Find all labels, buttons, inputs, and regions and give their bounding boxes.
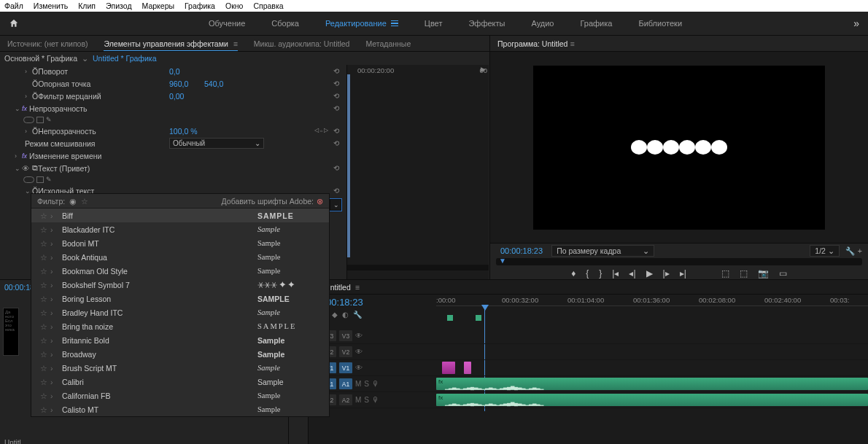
menu-markers[interactable]: Маркеры [142,1,174,10]
mask-ellipse-icon[interactable] [23,176,34,183]
font-option[interactable]: ☆›Brush Script MTSample [31,361,329,375]
go-in-icon[interactable]: |◂ [612,268,619,279]
star-icon[interactable]: ☆ [37,405,50,414]
creative-cloud-icon[interactable]: ⊗ [317,197,323,206]
filter-all-icon[interactable]: ◉ [69,197,77,206]
font-option[interactable]: ☆›Bradley Hand ITCSample [31,305,329,319]
tab-effect-controls[interactable]: Элементы управления эффектами ≡ [104,39,237,51]
prop-text[interactable]: Текст (Привет) [38,164,90,173]
star-icon[interactable]: ☆ [37,239,50,248]
timeline-marker[interactable] [447,315,453,321]
star-icon[interactable]: ☆ [37,336,50,345]
step-back-icon[interactable]: ◂| [629,268,635,279]
star-icon[interactable]: ☆ [37,295,50,303]
home-button[interactable] [0,12,28,35]
audio-clip[interactable]: fx▁▂▃▂▁▂▃▄▃▂▁▂▃▂▁▂▃▄▅▄▃▂▁▂▃▂▁ [436,394,868,406]
menu-clip[interactable]: Клип [78,1,96,10]
menu-help[interactable]: Справка [253,1,283,10]
star-icon[interactable]: ☆ [37,253,50,262]
mark-out-icon[interactable]: } [599,268,602,279]
prop-rotation[interactable]: Поворот [38,67,68,76]
value-opacity[interactable]: 100,0 % [169,127,198,136]
font-option[interactable]: ☆›Book AntiquaSample [31,250,329,264]
star-icon[interactable]: ☆ [37,364,50,373]
reset-icon[interactable]: ⟲ [333,104,339,112]
font-option[interactable]: ☆›Bring tha noizeSAMPLE [31,319,329,333]
prop-opacity-group[interactable]: Непрозрачность [29,104,88,113]
prop-blend[interactable]: Режим смешивания [25,139,96,148]
play-icon[interactable]: ▶ [646,268,653,279]
workspace-libraries[interactable]: Библиотеки [625,12,695,35]
wrench-icon[interactable]: 🔧 [353,311,362,319]
playhead-icon[interactable] [481,305,489,311]
next-keyframe-icon[interactable]: ▷ [324,127,328,135]
font-option[interactable]: ☆›CalibriSample [31,375,329,389]
font-option[interactable]: ☆›BiffSAMPLE [31,209,329,222]
overflow-icon[interactable]: » [853,17,859,29]
star-icon[interactable]: ☆ [37,225,50,234]
prop-flicker[interactable]: Фильтр мерцаний [38,92,101,101]
star-icon[interactable]: ☆ [37,378,50,386]
mark-in-icon[interactable]: { [586,268,589,279]
mic-icon[interactable]: 🎙 [372,380,379,388]
reset-icon[interactable]: ⟲ [333,187,339,195]
font-option[interactable]: ☆›Calisto MTSample [31,402,329,416]
comparison-icon[interactable]: ▭ [779,268,787,279]
workspace-learn[interactable]: Обучение [195,12,258,35]
tab-source[interactable]: Источник: (нет клипов) [7,39,88,48]
font-option[interactable]: ☆›Britannic BoldSample [31,333,329,347]
star-icon[interactable]: ☆ [37,322,50,331]
keyframe-timeline[interactable]: ▶ 00:00:20:00 00 [346,65,489,279]
resolution-select[interactable]: 1/2 ⌄ [810,245,840,257]
pen-icon[interactable]: ✎ [46,116,52,123]
add-button-icon[interactable]: + [858,246,862,255]
star-icon[interactable]: ☆ [37,392,50,400]
audio-track-lane[interactable]: fx▁▂▃▂▁▂▃▄▃▂▁▂▃▂▁▂▃▄▅▄▃▂▁▂▃▂▁ [436,392,868,408]
menu-window[interactable]: Окно [225,1,243,10]
program-viewport[interactable] [490,52,868,243]
menu-edit[interactable]: Изменить [34,1,68,10]
add-marker-icon[interactable]: ♦ [571,268,576,279]
marker-icon[interactable]: ◆ [332,311,338,319]
menu-sequence[interactable]: Эпизод [106,1,132,10]
reset-icon[interactable]: ⟲ [333,127,339,135]
fit-select[interactable]: По размеру кадра⌄ [551,245,654,257]
program-timecode[interactable]: 00:00:18:23 [500,246,543,255]
tab-program[interactable]: Программа: Untitled ≡ [497,39,575,48]
mask-rect-icon[interactable] [36,117,44,123]
project-thumbnail[interactable]: ДаногоЕслэтоника [3,308,19,356]
lift-icon[interactable]: ⬚ [721,268,729,279]
value-anchor-x[interactable]: 960,0 [169,79,188,88]
font-option[interactable]: ☆›Bookman Old StyleSample [31,264,329,278]
settings-icon[interactable]: 🔧 [845,246,855,256]
timeline-ruler[interactable]: :00:0000:00:32:0000:01:04:0000:01:36:000… [436,295,868,328]
font-option[interactable]: ☆›Blackadder ITCSample [31,222,329,236]
mask-ellipse-icon[interactable] [23,117,34,123]
value-anchor-y[interactable]: 540,0 [204,79,223,88]
workspace-editing[interactable]: Редактирование [312,12,411,35]
project-item-label[interactable]: Untitl [4,439,288,444]
filter-fav-icon[interactable]: ☆ [81,197,88,206]
track-toggle-src[interactable]: V2 [339,346,352,357]
timeline-marker[interactable] [476,315,481,321]
video-clip[interactable] [464,362,471,374]
workspace-effects[interactable]: Эффекты [455,12,518,35]
go-out-icon[interactable]: ▸| [680,268,686,279]
blend-mode-select[interactable]: Обычный⌄ [169,138,264,149]
mask-rect-icon[interactable] [36,176,44,183]
program-scrubber[interactable]: ▼ [496,258,862,265]
video-clip[interactable] [442,362,455,374]
video-track-lane[interactable] [436,360,868,376]
prop-opacity[interactable]: Непрозрачность [38,127,96,136]
star-icon[interactable]: ☆ [37,211,50,220]
export-frame-icon[interactable]: 📷 [758,268,769,279]
font-option[interactable]: ☆›Boring LessonSAMPLE [31,292,329,305]
workspace-audio[interactable]: Аудио [518,12,567,35]
audio-clip[interactable]: fx▁▂▃▂▁▂▃▄▃▂▁▂▃▂▁▂▃▄▅▄▃▂▁▂▃▂▁ [436,378,868,390]
reset-icon[interactable]: ⟲ [333,164,339,172]
eye-icon[interactable]: 👁 [355,332,363,340]
reset-icon[interactable]: ⟲ [333,79,339,87]
tab-audio-mixer[interactable]: Микш. аудиоклипа: Untitled [254,39,350,48]
video-track-lane[interactable] [436,344,868,360]
font-option[interactable]: ☆›Bookshelf Symbol 7⚹⚹⚹ ✦ ✦ [31,278,329,292]
